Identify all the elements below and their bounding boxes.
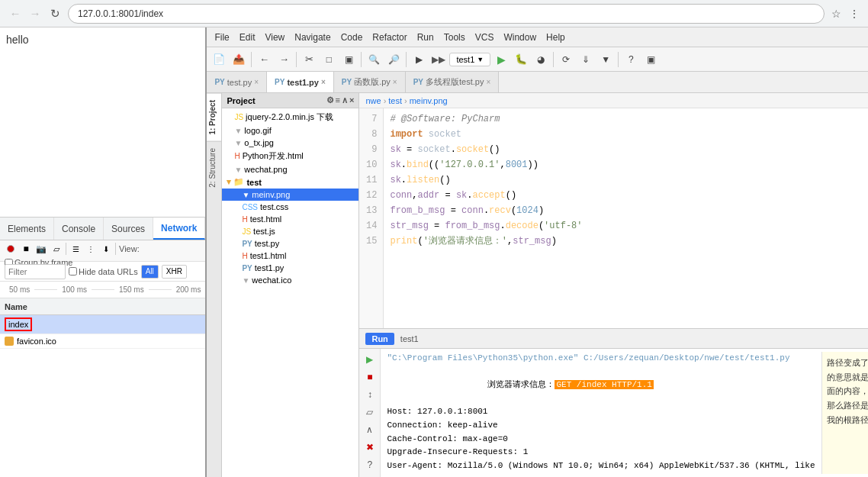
terminal-btn[interactable]: ▣ bbox=[641, 50, 660, 69]
run-delete-button[interactable]: ✖ bbox=[362, 440, 378, 455]
toolbar-btn-2[interactable]: 📤 bbox=[230, 50, 248, 69]
toolbar-btn-1[interactable]: 📄 bbox=[210, 50, 228, 69]
hide-data-urls-label[interactable]: Hide data URLs bbox=[69, 267, 138, 276]
tree-item-wechat-ico[interactable]: ▼ wechat.ico bbox=[222, 274, 358, 286]
breadcrumb-nwe[interactable]: nwe bbox=[365, 96, 381, 105]
vtab-project[interactable]: 1: Project bbox=[207, 93, 221, 141]
update-btn[interactable]: ⇓ bbox=[577, 50, 595, 69]
tab-test-py-label: test.py bbox=[227, 78, 252, 87]
tab-close-4[interactable]: × bbox=[486, 78, 490, 86]
run-btn-left[interactable]: ▶ bbox=[410, 50, 428, 69]
devtools-tab-console[interactable]: Console bbox=[54, 218, 104, 240]
xhr-filter-button[interactable]: XHR bbox=[162, 265, 187, 279]
tree-item-test-html[interactable]: H test.html bbox=[222, 213, 358, 225]
vcs-btn2[interactable]: ▼ bbox=[596, 50, 615, 69]
address-bar[interactable] bbox=[68, 4, 825, 24]
tree-item-test1-html[interactable]: H test1.html bbox=[222, 250, 358, 262]
tab-test1-py[interactable]: PY test1.py × bbox=[267, 72, 334, 92]
tab-test-py[interactable]: PY test.py × bbox=[207, 72, 267, 92]
vtab-structure[interactable]: 2: Structure bbox=[207, 141, 221, 194]
menu-help[interactable]: Help bbox=[542, 31, 570, 44]
menu-run[interactable]: Run bbox=[413, 31, 439, 44]
run-panel-tab[interactable]: Run bbox=[365, 333, 394, 345]
network-row-index[interactable]: index bbox=[0, 315, 205, 334]
forward-button[interactable]: → bbox=[26, 5, 44, 23]
close-panel-icon[interactable]: × bbox=[349, 95, 354, 105]
search-btn[interactable]: 🔍 bbox=[365, 50, 383, 69]
menu-window[interactable]: Window bbox=[499, 31, 541, 44]
menu-tools[interactable]: Tools bbox=[439, 31, 470, 44]
clear-button[interactable]: ■ bbox=[20, 243, 32, 255]
tree-item-logo[interactable]: ▼ logo.gif bbox=[222, 124, 358, 137]
star-icon[interactable]: ☆ bbox=[828, 6, 844, 21]
menu-navigate[interactable]: Navigate bbox=[290, 31, 335, 44]
cut-button[interactable]: ✂ bbox=[300, 50, 318, 69]
tree-item-test-py[interactable]: PY test.py bbox=[222, 237, 358, 250]
run-green-btn[interactable]: ▶ bbox=[492, 50, 510, 69]
tab-close-3[interactable]: × bbox=[393, 78, 397, 86]
menu-vcs[interactable]: VCS bbox=[471, 31, 499, 44]
copy-button[interactable]: □ bbox=[320, 50, 338, 69]
redo-button[interactable]: → bbox=[275, 50, 293, 69]
run-scroll-button[interactable]: ↕ bbox=[362, 387, 378, 402]
run-play-button[interactable]: ▶ bbox=[362, 352, 378, 367]
tab-close-1[interactable]: × bbox=[254, 78, 259, 86]
collapse-icon[interactable]: ∧ bbox=[342, 95, 348, 105]
run-stop-button[interactable]: ■ bbox=[362, 369, 378, 385]
code-line-9: sk = socket.socket() bbox=[390, 142, 868, 157]
vcs-btn[interactable]: ⟳ bbox=[557, 50, 575, 69]
expand-icon[interactable]: ≡ bbox=[336, 95, 340, 105]
tab-multithread-py[interactable]: PY 多线程版test.py × bbox=[406, 72, 500, 92]
devtools-tab-sources[interactable]: Sources bbox=[104, 218, 153, 240]
back-button[interactable]: ← bbox=[6, 5, 24, 23]
breadcrumb-sep2: › bbox=[404, 96, 407, 105]
devtools-tab-network[interactable]: Network bbox=[153, 218, 205, 240]
tab-hanshu-py[interactable]: PY 函数版.py × bbox=[334, 72, 406, 92]
run-connection-line: Connection: keep-alive bbox=[387, 419, 815, 433]
menu-refactor[interactable]: Refactor bbox=[368, 31, 411, 44]
reload-button[interactable]: ↻ bbox=[46, 5, 64, 23]
run-filter-button[interactable]: ▱ bbox=[362, 404, 378, 420]
menu-file[interactable]: File bbox=[210, 31, 233, 44]
debug-btn[interactable]: 🐛 bbox=[512, 50, 530, 69]
tree-item-jquery[interactable]: JS jquery-2.2.0.min.js 下载 bbox=[222, 110, 358, 124]
menu-view[interactable]: View bbox=[260, 31, 289, 44]
tab-close-2[interactable]: × bbox=[321, 78, 326, 86]
tree-item-meinv[interactable]: ▼ meinv.png bbox=[222, 189, 358, 201]
grid-view-button[interactable]: ⋮ bbox=[85, 243, 97, 255]
paste-button[interactable]: ▣ bbox=[339, 50, 358, 69]
settings-icon[interactable]: ⚙ bbox=[326, 95, 334, 105]
run-config-selector[interactable]: test1 ▼ bbox=[449, 53, 490, 66]
run-collapse-button[interactable]: ∧ bbox=[362, 422, 378, 437]
find-in-path-btn[interactable]: 🔎 bbox=[384, 50, 403, 69]
run-panel-header: Run test1 bbox=[359, 329, 868, 349]
down-button[interactable]: ⬇ bbox=[100, 243, 112, 255]
menu-icon[interactable]: ⋮ bbox=[847, 6, 862, 21]
tree-item-test-folder[interactable]: ▾ 📁 test bbox=[222, 176, 358, 189]
menu-code[interactable]: Code bbox=[336, 31, 368, 44]
tree-item-test-css[interactable]: CSS test.css bbox=[222, 201, 358, 213]
tree-item-python-html[interactable]: H Python开发.html bbox=[222, 149, 358, 163]
list-view-button[interactable]: ☰ bbox=[69, 243, 82, 255]
record-button[interactable] bbox=[5, 243, 17, 255]
tree-item-test-js[interactable]: JS test.js bbox=[222, 225, 358, 237]
menu-edit[interactable]: Edit bbox=[235, 31, 260, 44]
all-filter-button[interactable]: All bbox=[141, 265, 159, 279]
filter-button[interactable]: ▱ bbox=[50, 243, 63, 255]
run-btn-right[interactable]: ▶▶ bbox=[429, 50, 448, 69]
breadcrumb-meinv[interactable]: meinv.png bbox=[410, 96, 448, 105]
breadcrumb-test[interactable]: test bbox=[388, 96, 402, 105]
undo-button[interactable]: ← bbox=[255, 50, 273, 69]
devtools-tab-elements[interactable]: Elements bbox=[0, 218, 54, 240]
network-row-favicon[interactable]: favicon.ico bbox=[0, 334, 205, 349]
run-help-button[interactable]: ? bbox=[362, 457, 378, 472]
camera-button[interactable]: 📷 bbox=[35, 243, 47, 255]
filter-input[interactable] bbox=[5, 264, 66, 279]
tree-item-wechat-png[interactable]: ▼ wechat.png bbox=[222, 163, 358, 176]
tree-item-test1-py[interactable]: PY test1.py bbox=[222, 262, 358, 274]
tree-item-otx[interactable]: ▼ o_tx.jpg bbox=[222, 137, 358, 149]
favicon-file-name: favicon.ico bbox=[17, 337, 56, 346]
help-btn[interactable]: ? bbox=[622, 50, 640, 69]
hide-data-urls-checkbox[interactable] bbox=[69, 267, 77, 276]
coverage-btn[interactable]: ◕ bbox=[532, 50, 550, 69]
